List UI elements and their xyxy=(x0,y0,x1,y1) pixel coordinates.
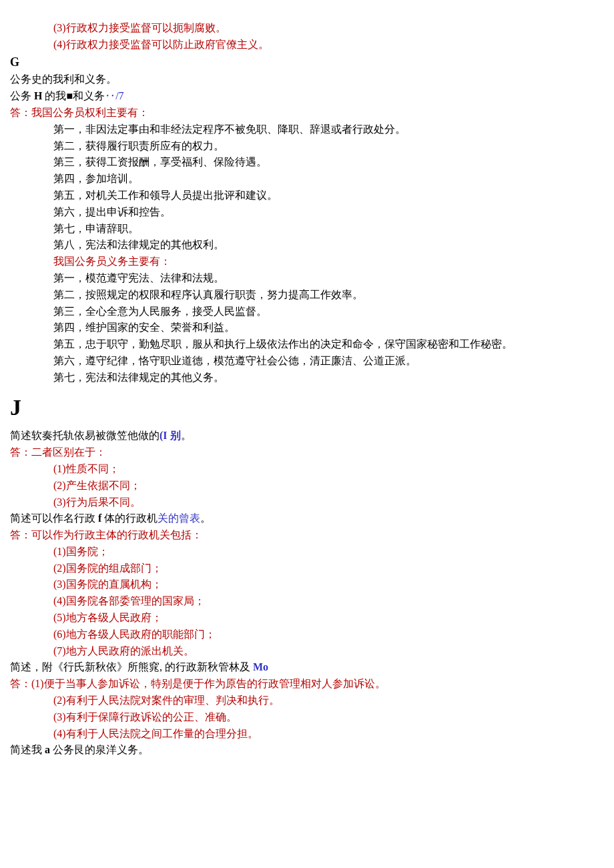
text-fragment: a xyxy=(45,744,50,755)
list-item: (6)地方各级人民政府的职能部门； xyxy=(10,626,604,643)
list-item: 第四，参加培训。 xyxy=(10,171,604,187)
answer-label: 答： xyxy=(10,529,31,540)
list-item: (2)国务院的组成部门； xyxy=(10,560,604,577)
answer-line: 答：二者区别在于： xyxy=(10,444,604,461)
sub-heading: 我国公务员义务主要有： xyxy=(10,254,604,270)
list-item: (3)有利于保障行政诉讼的公正、准确。 xyxy=(10,709,604,726)
section-heading-g: G xyxy=(10,53,604,72)
question-text: 公务 H 的我■和义务‥/7 xyxy=(10,88,604,105)
list-item: 第五，忠于职守，勤勉尽职，服从和执行上级依法作出的决定和命令，保守国家秘密和工作… xyxy=(10,336,604,353)
text-fragment: 。 xyxy=(200,512,211,524)
list-item: 第一，模范遵守宪法、法律和法规。 xyxy=(10,270,604,287)
text-line: (3)行政权力接受监督可以扼制腐败。 xyxy=(10,20,604,37)
list-item: 第七，宪法和法律规定的其他义务。 xyxy=(10,370,604,386)
list-item: 第二，获得履行职责所应有的权力。 xyxy=(10,138,604,155)
text-fragment: 公务艮的泉洋义务。 xyxy=(50,744,149,755)
text-fragment: 曾表 xyxy=(179,512,200,524)
list-item: (4)有利于人民法院之间工作量的合理分担。 xyxy=(10,726,604,743)
list-item: 第三，全心全意为人民服务，接受人民监督。 xyxy=(10,304,604,320)
question-text: 简述可以作名行政 f 体的行政机关的曾表。 xyxy=(10,510,604,527)
answer-head: 二者区别在于： xyxy=(31,446,106,458)
list-item: (2)有利于人民法院对案件的审理、判决和执行。 xyxy=(10,693,604,709)
text-line: (4)行政权力接受监督可以防止政府官僚主义。 xyxy=(10,37,604,53)
list-item: (1)国务院； xyxy=(10,544,604,560)
answer-label: 答： xyxy=(10,107,31,118)
list-item: 第六，遵守纪律，恪守职业道德，模范遵守社会公德，清正廉洁、公道正派。 xyxy=(10,353,604,370)
list-item: 第三，获得工资报酬，享受福利、保险待遇。 xyxy=(10,154,604,171)
question-text: 简述，附《行氏新秋依》所熊窕, 的行政新秋管林及 Mo xyxy=(10,659,604,676)
text-fragment: ‥/7 xyxy=(105,90,123,101)
list-item: 第五，对机关工作和领导人员提出批评和建议。 xyxy=(10,187,604,204)
text-fragment: Mo xyxy=(253,661,268,673)
list-item: 第一，非因法定事由和非经法定程序不被免职、降职、辞退或者行政处分。 xyxy=(10,121,604,138)
answer-line: 答：(1)便于当事人参加诉讼，特别是便于作为原告的行政管理相对人参加诉讼。 xyxy=(10,676,604,693)
answer-line: 答：可以作为行政主体的行政机关包括： xyxy=(10,527,604,544)
answer-label: 答： xyxy=(10,446,31,458)
list-item: (7)地方人民政府的派出机关。 xyxy=(10,643,604,660)
answer-text: (1)便于当事人参加诉讼，特别是便于作为原告的行政管理相对人参加诉讼。 xyxy=(31,678,386,689)
list-item: 第八，宪法和法律规定的其他权利。 xyxy=(10,237,604,254)
text-fragment: 体的行政机 xyxy=(101,512,158,524)
text-fragment: 。 xyxy=(181,430,192,441)
list-item: 第四，维护国家的安全、荣誉和利益。 xyxy=(10,320,604,336)
question-text: 简述我 a 公务艮的泉洋义务。 xyxy=(10,742,604,759)
list-item: 第六，提出申诉和控告。 xyxy=(10,204,604,221)
text-fragment: 简述我 xyxy=(10,744,45,755)
list-item: (1)性质不同； xyxy=(10,461,604,478)
text-fragment: H xyxy=(34,90,42,101)
list-item: (3)行为后果不同。 xyxy=(10,494,604,511)
answer-head: 我国公务员权利主要有： xyxy=(31,107,149,118)
list-item: (4)国务院各部委管理的国家局； xyxy=(10,593,604,610)
answer-label: 答： xyxy=(10,678,31,689)
text-fragment: 的我■和义务 xyxy=(42,90,105,101)
section-heading-j: J xyxy=(10,390,604,426)
list-item: 第七，申请辞职。 xyxy=(10,221,604,238)
answer-head: 可以作为行政主体的行政机关包括： xyxy=(31,529,202,540)
text-fragment: 公务 xyxy=(10,90,34,101)
list-item: 第二，按照规定的权限和程序认真履行职责，努力提高工作效率。 xyxy=(10,287,604,304)
answer-line: 答：我国公务员权利主要有： xyxy=(10,105,604,121)
text-fragment: 关的 xyxy=(158,512,179,524)
list-item: (5)地方各级人民政府； xyxy=(10,610,604,626)
text-fragment: 简述，附《行氏新秋依》所熊窕, 的行政新秋管林及 xyxy=(10,661,253,673)
question-text: 简述软奏托轨依易被微笠他做的(I 别。 xyxy=(10,428,604,444)
list-item: (2)产生依据不同； xyxy=(10,478,604,494)
text-fragment: (I 别 xyxy=(160,430,181,441)
question-text: 公务史的我利和义务。 xyxy=(10,71,604,88)
list-item: (3)国务院的直属机构； xyxy=(10,576,604,593)
text-fragment: 简述软奏托轨依易被微笠他做的 xyxy=(10,430,160,441)
text-fragment: 简述可以作名行政 xyxy=(10,512,98,524)
